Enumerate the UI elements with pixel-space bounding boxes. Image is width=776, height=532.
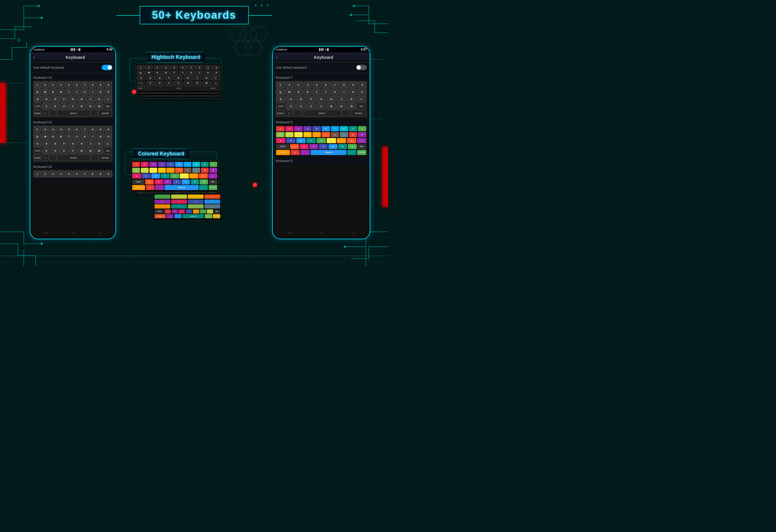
toggle-label-left: Use default keyboard [33, 66, 64, 69]
key-5[interactable]: 5 [65, 81, 72, 88]
back-button-left[interactable]: ‹ [33, 54, 35, 60]
key-d[interactable]: D [51, 96, 59, 102]
key-b[interactable]: B [77, 103, 86, 109]
keyboard-section-7[interactable]: 1234567890 QWERTYUIOP ASDFGHJKL CAPSZXCV… [275, 80, 367, 118]
main-title: 50+ Keyboards [152, 9, 236, 21]
nav-home-icon-left[interactable]: ○ [72, 230, 74, 235]
bottom-bar [0, 256, 388, 266]
key-del-13[interactable]: DEL [104, 103, 112, 109]
toggle-row-left: Use default keyboard [30, 62, 116, 73]
key-enter-13[interactable]: ENTER [99, 110, 112, 116]
key-3[interactable]: 3 [49, 81, 57, 88]
key-7[interactable]: 7 [81, 81, 88, 88]
key-f[interactable]: F [60, 96, 68, 102]
svg-marker-14 [229, 27, 247, 42]
key-l[interactable]: L [104, 96, 112, 102]
phone-nav-right: ◁ ○ □ [273, 229, 370, 236]
title-box: 50+ Keyboards [140, 6, 249, 24]
key-a[interactable]: A [34, 96, 42, 102]
key-v[interactable]: V [69, 103, 77, 109]
key-2[interactable]: 2 [42, 81, 49, 88]
key-dot-13[interactable]: . [91, 110, 98, 116]
key-caps-8[interactable]: CAPS [276, 144, 289, 149]
nav-recent-icon-right[interactable]: □ [352, 230, 354, 235]
nav-back-icon-right[interactable]: ◁ [288, 230, 292, 235]
colored-kb-front: 1 2 3 4 5 6 7 8 9 0 Q W E R T Y [131, 161, 219, 190]
key-e[interactable]: E [49, 88, 57, 95]
hightech-keyboard-stack: 1234567890 QWERTYUIOP ASDFGHJKL CAPSZXCV… [135, 64, 227, 135]
key-h[interactable]: H [77, 96, 86, 102]
key-done-13[interactable]: DONE [34, 110, 41, 116]
svg-marker-16 [250, 27, 268, 42]
key-caps-7[interactable]: CAPS [276, 103, 285, 109]
hightech-label: Hightech Keyboard [146, 52, 206, 62]
keyboard-section-15[interactable]: 1234567890 [33, 170, 113, 178]
kb-title-right: Keyboard [280, 55, 367, 60]
colored-label-text: Colored Keyboard [132, 149, 190, 159]
keyboard-section-13[interactable]: 1234567890 QWERTYUIOP ASDFGHJKL CAPSZXCV… [33, 80, 113, 118]
nav-home-icon-right[interactable]: ○ [320, 230, 323, 235]
key-4[interactable]: 4 [57, 81, 65, 88]
nav-recent-icon-left[interactable]: □ [100, 230, 102, 235]
key-q[interactable]: Q [34, 88, 41, 95]
connection-dot-colored [253, 183, 257, 187]
kb-section-7-title: Keyboard 7 [275, 75, 367, 80]
toggle-left[interactable] [102, 65, 113, 70]
hightech-label-text: Hightech Keyboard [146, 52, 206, 62]
phone-right: Vodafone ▌▌▌ ● ▓ 5:07 ‹ Keyboard Use def… [272, 46, 370, 239]
kb-section-14-title: Keyboard 14 [33, 119, 113, 125]
key-r[interactable]: R [57, 88, 65, 95]
key-k[interactable]: K [95, 96, 104, 102]
key-p[interactable]: P [105, 88, 112, 95]
hightech-caps-key[interactable]: CAPS [137, 81, 146, 85]
phone-left: Vodafone ▌▌▌ ● ▓ 4:42 ‹ Keyboard Use def… [30, 46, 116, 239]
key-comma-13[interactable]: , [49, 110, 56, 116]
kb-header-right: ‹ Keyboard [273, 52, 370, 62]
key-u[interactable]: U [81, 88, 88, 95]
key-m[interactable]: M [95, 103, 104, 109]
colored-keyboard-stack: 1234567890 QWERTYUIOP ASDFGHJKL CAPSZXCV… [131, 161, 223, 253]
key-n[interactable]: N [86, 103, 94, 109]
key-caps-13[interactable]: CAPS [34, 103, 42, 109]
kb-section-9-title: Keyboard 9 [275, 158, 367, 164]
key-s[interactable]: S [42, 96, 51, 102]
keyboard-section-8[interactable]: 1 2 3 4 5 6 7 8 9 0 Q W E R T Y U I O [275, 125, 367, 157]
kb-section-8-title: Keyboard 8 [275, 119, 367, 125]
key-o[interactable]: O [97, 88, 105, 95]
key-8[interactable]: 8 [89, 81, 96, 88]
colored-caps-key[interactable]: CAPS [132, 179, 145, 185]
toggle-right[interactable] [356, 65, 367, 70]
nav-back-icon-left[interactable]: ◁ [44, 230, 47, 235]
key-t[interactable]: T [65, 88, 72, 95]
key-j[interactable]: J [86, 96, 94, 102]
svg-marker-18 [244, 40, 262, 55]
key-i[interactable]: I [89, 88, 96, 95]
key-g[interactable]: G [69, 96, 77, 102]
red-accent-right [383, 147, 388, 207]
key-hash-13[interactable]: # [41, 110, 48, 116]
time-left: 4:42 [107, 48, 113, 51]
title-area: 50+ Keyboards [140, 6, 249, 24]
time-right: 5:07 [361, 48, 367, 51]
key-x[interactable]: X [51, 103, 59, 109]
back-button-right[interactable]: ‹ [276, 54, 277, 60]
keyboard-list-right: Keyboard 7 1234567890 QWERTYUIOP ASDFGHJ… [273, 73, 370, 166]
connection-dot-hightech [132, 90, 136, 94]
key-space-13[interactable]: SPACE [57, 110, 90, 116]
key-6[interactable]: 6 [73, 81, 80, 88]
carrier-left: Vodafone [33, 48, 45, 51]
key-0[interactable]: 0 [105, 81, 112, 88]
key-caps-14[interactable]: CAPS [34, 148, 42, 154]
red-accent-left [0, 83, 5, 143]
key-1[interactable]: 1 [34, 81, 41, 88]
phone-nav-left: ◁ ○ □ [30, 229, 116, 236]
carrier-right: Vodafone [276, 48, 287, 51]
key-c[interactable]: C [60, 103, 68, 109]
key-9[interactable]: 9 [97, 81, 105, 88]
key-w[interactable]: W [42, 88, 49, 95]
keyboard-list-left: Keyboard 13 1234567890 QWERTYUIOP ASDFGH… [30, 73, 116, 181]
key-y[interactable]: Y [73, 88, 80, 95]
toggle-row-right: Use default keyboard [273, 62, 370, 73]
keyboard-section-14[interactable]: 1234567890 QWERTYUIOP ASDFGHJKL CAPSZXCV… [33, 125, 113, 163]
key-z[interactable]: Z [42, 103, 51, 109]
